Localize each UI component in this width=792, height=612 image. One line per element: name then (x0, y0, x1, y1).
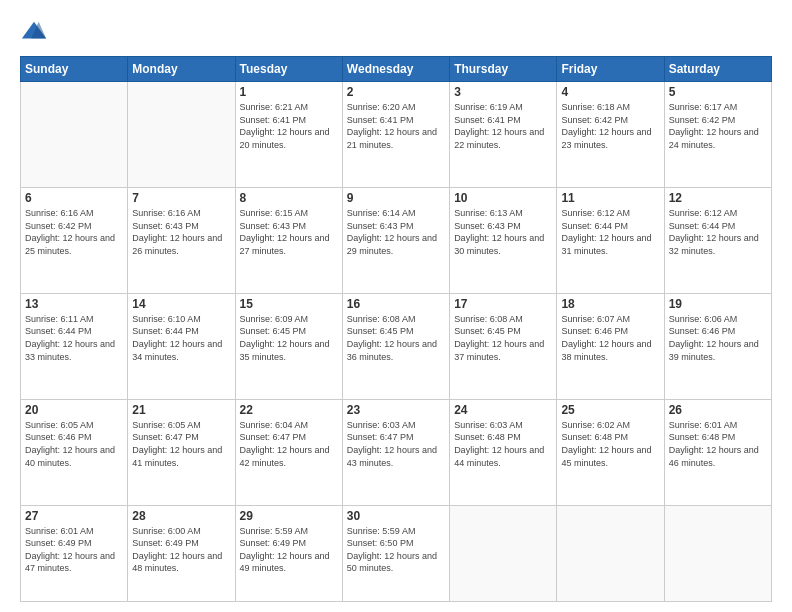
day-number: 11 (561, 191, 659, 205)
day-number: 25 (561, 403, 659, 417)
day-info: Sunrise: 6:17 AMSunset: 6:42 PMDaylight:… (669, 101, 767, 151)
day-number: 13 (25, 297, 123, 311)
day-info: Sunrise: 6:06 AMSunset: 6:46 PMDaylight:… (669, 313, 767, 363)
calendar-cell: 3Sunrise: 6:19 AMSunset: 6:41 PMDaylight… (450, 82, 557, 188)
calendar-week-row: 27Sunrise: 6:01 AMSunset: 6:49 PMDayligh… (21, 505, 772, 601)
header (20, 18, 772, 46)
calendar-cell: 8Sunrise: 6:15 AMSunset: 6:43 PMDaylight… (235, 187, 342, 293)
calendar-cell: 17Sunrise: 6:08 AMSunset: 6:45 PMDayligh… (450, 293, 557, 399)
day-number: 18 (561, 297, 659, 311)
calendar-cell: 16Sunrise: 6:08 AMSunset: 6:45 PMDayligh… (342, 293, 449, 399)
calendar-week-row: 6Sunrise: 6:16 AMSunset: 6:42 PMDaylight… (21, 187, 772, 293)
day-info: Sunrise: 6:05 AMSunset: 6:47 PMDaylight:… (132, 419, 230, 469)
day-info: Sunrise: 6:10 AMSunset: 6:44 PMDaylight:… (132, 313, 230, 363)
calendar-cell (557, 505, 664, 601)
day-info: Sunrise: 6:02 AMSunset: 6:48 PMDaylight:… (561, 419, 659, 469)
day-number: 8 (240, 191, 338, 205)
calendar-week-row: 20Sunrise: 6:05 AMSunset: 6:46 PMDayligh… (21, 399, 772, 505)
day-info: Sunrise: 6:08 AMSunset: 6:45 PMDaylight:… (347, 313, 445, 363)
day-info: Sunrise: 6:07 AMSunset: 6:46 PMDaylight:… (561, 313, 659, 363)
weekday-header-tuesday: Tuesday (235, 57, 342, 82)
day-number: 6 (25, 191, 123, 205)
day-number: 1 (240, 85, 338, 99)
day-info: Sunrise: 6:14 AMSunset: 6:43 PMDaylight:… (347, 207, 445, 257)
day-number: 9 (347, 191, 445, 205)
day-number: 7 (132, 191, 230, 205)
calendar-cell: 7Sunrise: 6:16 AMSunset: 6:43 PMDaylight… (128, 187, 235, 293)
calendar-table: SundayMondayTuesdayWednesdayThursdayFrid… (20, 56, 772, 602)
calendar-cell (664, 505, 771, 601)
calendar-cell: 18Sunrise: 6:07 AMSunset: 6:46 PMDayligh… (557, 293, 664, 399)
day-info: Sunrise: 6:16 AMSunset: 6:42 PMDaylight:… (25, 207, 123, 257)
day-number: 24 (454, 403, 552, 417)
day-number: 19 (669, 297, 767, 311)
weekday-header-saturday: Saturday (664, 57, 771, 82)
day-info: Sunrise: 6:16 AMSunset: 6:43 PMDaylight:… (132, 207, 230, 257)
day-number: 22 (240, 403, 338, 417)
day-info: Sunrise: 6:15 AMSunset: 6:43 PMDaylight:… (240, 207, 338, 257)
calendar-cell: 13Sunrise: 6:11 AMSunset: 6:44 PMDayligh… (21, 293, 128, 399)
day-number: 30 (347, 509, 445, 523)
day-info: Sunrise: 6:12 AMSunset: 6:44 PMDaylight:… (561, 207, 659, 257)
day-number: 15 (240, 297, 338, 311)
day-number: 2 (347, 85, 445, 99)
calendar-cell (128, 82, 235, 188)
logo-icon (20, 18, 48, 46)
calendar-cell: 4Sunrise: 6:18 AMSunset: 6:42 PMDaylight… (557, 82, 664, 188)
calendar-cell: 30Sunrise: 5:59 AMSunset: 6:50 PMDayligh… (342, 505, 449, 601)
calendar-cell: 25Sunrise: 6:02 AMSunset: 6:48 PMDayligh… (557, 399, 664, 505)
day-number: 16 (347, 297, 445, 311)
day-number: 20 (25, 403, 123, 417)
weekday-header-monday: Monday (128, 57, 235, 82)
day-number: 17 (454, 297, 552, 311)
calendar-cell: 21Sunrise: 6:05 AMSunset: 6:47 PMDayligh… (128, 399, 235, 505)
day-info: Sunrise: 6:19 AMSunset: 6:41 PMDaylight:… (454, 101, 552, 151)
weekday-header-row: SundayMondayTuesdayWednesdayThursdayFrid… (21, 57, 772, 82)
day-info: Sunrise: 6:03 AMSunset: 6:48 PMDaylight:… (454, 419, 552, 469)
calendar-cell: 26Sunrise: 6:01 AMSunset: 6:48 PMDayligh… (664, 399, 771, 505)
calendar-cell: 14Sunrise: 6:10 AMSunset: 6:44 PMDayligh… (128, 293, 235, 399)
calendar-cell: 6Sunrise: 6:16 AMSunset: 6:42 PMDaylight… (21, 187, 128, 293)
day-info: Sunrise: 6:01 AMSunset: 6:49 PMDaylight:… (25, 525, 123, 575)
weekday-header-friday: Friday (557, 57, 664, 82)
day-number: 3 (454, 85, 552, 99)
day-info: Sunrise: 6:04 AMSunset: 6:47 PMDaylight:… (240, 419, 338, 469)
day-info: Sunrise: 5:59 AMSunset: 6:50 PMDaylight:… (347, 525, 445, 575)
calendar-cell: 23Sunrise: 6:03 AMSunset: 6:47 PMDayligh… (342, 399, 449, 505)
calendar-cell (450, 505, 557, 601)
logo (20, 18, 52, 46)
day-number: 5 (669, 85, 767, 99)
day-number: 4 (561, 85, 659, 99)
calendar-cell: 1Sunrise: 6:21 AMSunset: 6:41 PMDaylight… (235, 82, 342, 188)
day-info: Sunrise: 6:00 AMSunset: 6:49 PMDaylight:… (132, 525, 230, 575)
calendar-cell: 22Sunrise: 6:04 AMSunset: 6:47 PMDayligh… (235, 399, 342, 505)
day-number: 14 (132, 297, 230, 311)
calendar-week-row: 1Sunrise: 6:21 AMSunset: 6:41 PMDaylight… (21, 82, 772, 188)
weekday-header-sunday: Sunday (21, 57, 128, 82)
day-info: Sunrise: 6:09 AMSunset: 6:45 PMDaylight:… (240, 313, 338, 363)
day-info: Sunrise: 6:01 AMSunset: 6:48 PMDaylight:… (669, 419, 767, 469)
calendar-cell: 24Sunrise: 6:03 AMSunset: 6:48 PMDayligh… (450, 399, 557, 505)
day-number: 29 (240, 509, 338, 523)
day-info: Sunrise: 6:21 AMSunset: 6:41 PMDaylight:… (240, 101, 338, 151)
day-info: Sunrise: 6:18 AMSunset: 6:42 PMDaylight:… (561, 101, 659, 151)
calendar-cell: 5Sunrise: 6:17 AMSunset: 6:42 PMDaylight… (664, 82, 771, 188)
calendar-cell: 2Sunrise: 6:20 AMSunset: 6:41 PMDaylight… (342, 82, 449, 188)
calendar-cell: 11Sunrise: 6:12 AMSunset: 6:44 PMDayligh… (557, 187, 664, 293)
calendar-cell: 20Sunrise: 6:05 AMSunset: 6:46 PMDayligh… (21, 399, 128, 505)
day-info: Sunrise: 6:12 AMSunset: 6:44 PMDaylight:… (669, 207, 767, 257)
day-number: 28 (132, 509, 230, 523)
calendar-cell: 12Sunrise: 6:12 AMSunset: 6:44 PMDayligh… (664, 187, 771, 293)
calendar-cell: 27Sunrise: 6:01 AMSunset: 6:49 PMDayligh… (21, 505, 128, 601)
day-number: 26 (669, 403, 767, 417)
calendar-cell: 15Sunrise: 6:09 AMSunset: 6:45 PMDayligh… (235, 293, 342, 399)
day-info: Sunrise: 6:05 AMSunset: 6:46 PMDaylight:… (25, 419, 123, 469)
day-info: Sunrise: 6:20 AMSunset: 6:41 PMDaylight:… (347, 101, 445, 151)
day-number: 12 (669, 191, 767, 205)
day-info: Sunrise: 6:08 AMSunset: 6:45 PMDaylight:… (454, 313, 552, 363)
day-info: Sunrise: 6:13 AMSunset: 6:43 PMDaylight:… (454, 207, 552, 257)
day-info: Sunrise: 5:59 AMSunset: 6:49 PMDaylight:… (240, 525, 338, 575)
day-number: 23 (347, 403, 445, 417)
calendar-cell: 29Sunrise: 5:59 AMSunset: 6:49 PMDayligh… (235, 505, 342, 601)
day-number: 21 (132, 403, 230, 417)
